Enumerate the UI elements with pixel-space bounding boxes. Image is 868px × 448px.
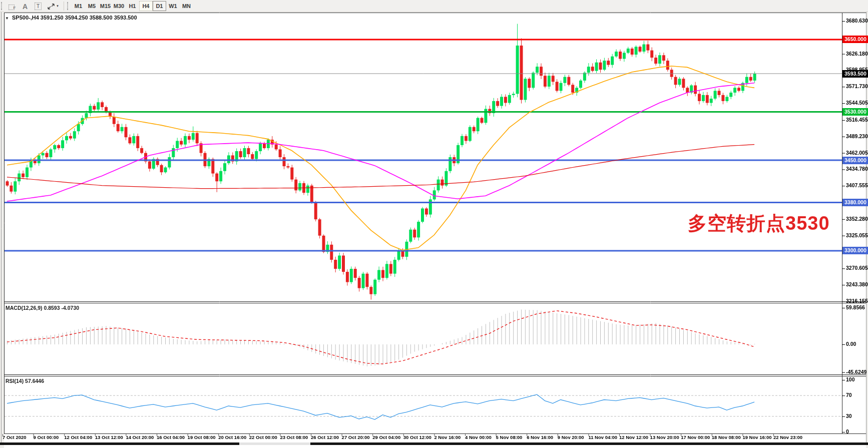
dotted-frame-tool-button[interactable]: F (7, 1, 18, 11)
timeframe-toolbar: M1M5M15M30H1H4D1W1MN (72, 0, 193, 12)
chart-canvas[interactable] (0, 0, 868, 448)
timeframe-button-w1[interactable]: W1 (166, 1, 180, 11)
text-label-tool-button[interactable]: A (20, 1, 31, 11)
timeframe-button-m15[interactable]: M15 (99, 1, 112, 11)
label-a-icon: A (23, 3, 28, 10)
timeframe-button-h4[interactable]: H4 (139, 1, 153, 11)
text-tool-button[interactable]: T (33, 1, 44, 11)
toolbar-separator (64, 2, 64, 11)
timeframe-button-m30[interactable]: M30 (112, 1, 126, 11)
timeframe-button-d1[interactable]: D1 (153, 1, 166, 11)
timeframe-button-m1[interactable]: M1 (72, 1, 85, 11)
timeframe-button-mn[interactable]: MN (180, 1, 193, 11)
timeframe-button-h1[interactable]: H1 (126, 1, 139, 11)
text-tool-icon: T (35, 3, 42, 10)
dropdown-caret-icon: ▼ (56, 5, 59, 8)
move-arrows-icon (47, 3, 55, 10)
arrows-tool-button[interactable]: ▼ (46, 1, 61, 11)
toolbar-grip[interactable] (67, 2, 70, 10)
timeframe-button-m5[interactable]: M5 (85, 1, 99, 11)
toolbar: F A T ▼ M1M5M15M30H1H4D1W1MN (0, 0, 868, 12)
frame-f-label: F (14, 6, 16, 10)
toolbar-grip[interactable] (1, 2, 4, 10)
